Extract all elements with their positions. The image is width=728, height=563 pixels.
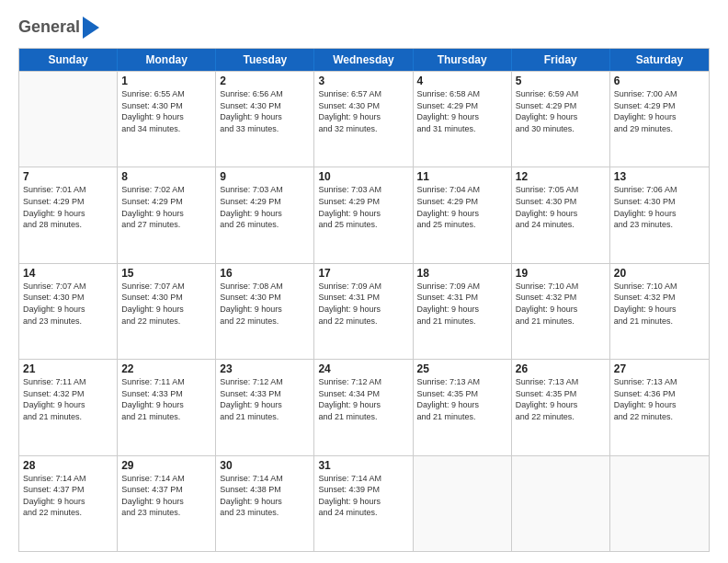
day-number: 31	[318, 459, 408, 472]
calendar-cell: 22Sunrise: 7:11 AM Sunset: 4:33 PM Dayli…	[118, 360, 216, 454]
day-info: Sunrise: 7:07 AM Sunset: 4:30 PM Dayligh…	[121, 281, 211, 327]
day-info: Sunrise: 7:13 AM Sunset: 4:35 PM Dayligh…	[417, 376, 507, 422]
day-info: Sunrise: 6:55 AM Sunset: 4:30 PM Dayligh…	[121, 88, 211, 134]
day-number: 3	[318, 75, 408, 87]
day-info: Sunrise: 7:13 AM Sunset: 4:36 PM Dayligh…	[614, 376, 705, 422]
calendar-cell	[512, 456, 610, 551]
calendar-cell: 15Sunrise: 7:07 AM Sunset: 4:30 PM Dayli…	[118, 264, 216, 359]
calendar-cell: 13Sunrise: 7:06 AM Sunset: 4:30 PM Dayli…	[610, 167, 709, 262]
day-number: 29	[121, 459, 211, 472]
day-number: 25	[417, 362, 507, 375]
day-info: Sunrise: 7:03 AM Sunset: 4:29 PM Dayligh…	[220, 184, 310, 230]
day-number: 16	[220, 267, 310, 280]
calendar-cell: 4Sunrise: 6:58 AM Sunset: 4:29 PM Daylig…	[414, 72, 512, 167]
calendar-cell: 21Sunrise: 7:11 AM Sunset: 4:32 PM Dayli…	[19, 360, 118, 454]
day-number: 30	[220, 459, 310, 472]
weekday-sunday: Sunday	[19, 49, 118, 71]
day-number: 7	[23, 170, 113, 183]
day-info: Sunrise: 7:08 AM Sunset: 4:30 PM Dayligh…	[220, 281, 310, 327]
day-number: 2	[220, 75, 310, 87]
calendar-cell: 26Sunrise: 7:13 AM Sunset: 4:35 PM Dayli…	[512, 360, 610, 454]
day-info: Sunrise: 6:57 AM Sunset: 4:30 PM Dayligh…	[318, 88, 408, 134]
calendar-cell: 17Sunrise: 7:09 AM Sunset: 4:31 PM Dayli…	[314, 264, 413, 359]
day-info: Sunrise: 7:09 AM Sunset: 4:31 PM Dayligh…	[417, 281, 507, 327]
day-number: 19	[516, 267, 606, 280]
day-number: 17	[318, 267, 408, 280]
calendar-week-4: 21Sunrise: 7:11 AM Sunset: 4:32 PM Dayli…	[19, 359, 709, 454]
logo: General	[18, 17, 99, 39]
calendar-cell: 1Sunrise: 6:55 AM Sunset: 4:30 PM Daylig…	[118, 72, 216, 167]
day-number: 12	[516, 170, 606, 183]
calendar-week-1: 1Sunrise: 6:55 AM Sunset: 4:30 PM Daylig…	[19, 71, 709, 167]
day-info: Sunrise: 7:00 AM Sunset: 4:29 PM Dayligh…	[614, 88, 705, 134]
calendar-body: 1Sunrise: 6:55 AM Sunset: 4:30 PM Daylig…	[19, 71, 709, 551]
day-number: 20	[614, 267, 705, 280]
day-number: 6	[614, 75, 705, 87]
calendar-cell: 23Sunrise: 7:12 AM Sunset: 4:33 PM Dayli…	[216, 360, 314, 454]
calendar-week-2: 7Sunrise: 7:01 AM Sunset: 4:29 PM Daylig…	[19, 167, 709, 262]
day-number: 21	[23, 362, 113, 375]
weekday-wednesday: Wednesday	[314, 49, 413, 71]
day-info: Sunrise: 6:56 AM Sunset: 4:30 PM Dayligh…	[220, 88, 310, 134]
weekday-tuesday: Tuesday	[216, 49, 314, 71]
day-number: 4	[417, 75, 507, 87]
header: General	[18, 17, 710, 39]
day-info: Sunrise: 7:02 AM Sunset: 4:29 PM Dayligh…	[121, 184, 211, 230]
logo-line1: General	[18, 18, 80, 37]
day-number: 26	[516, 362, 606, 375]
day-number: 8	[121, 170, 211, 183]
calendar-week-5: 28Sunrise: 7:14 AM Sunset: 4:37 PM Dayli…	[19, 455, 709, 551]
day-number: 23	[220, 362, 310, 375]
calendar-cell: 7Sunrise: 7:01 AM Sunset: 4:29 PM Daylig…	[19, 167, 118, 262]
day-info: Sunrise: 7:14 AM Sunset: 4:38 PM Dayligh…	[220, 473, 310, 519]
calendar-cell: 2Sunrise: 6:56 AM Sunset: 4:30 PM Daylig…	[216, 72, 314, 167]
calendar-cell: 8Sunrise: 7:02 AM Sunset: 4:29 PM Daylig…	[118, 167, 216, 262]
calendar-cell: 9Sunrise: 7:03 AM Sunset: 4:29 PM Daylig…	[216, 167, 314, 262]
day-info: Sunrise: 7:12 AM Sunset: 4:34 PM Dayligh…	[318, 376, 408, 422]
day-info: Sunrise: 6:59 AM Sunset: 4:29 PM Dayligh…	[516, 88, 606, 134]
calendar-cell	[414, 456, 512, 551]
day-info: Sunrise: 7:10 AM Sunset: 4:32 PM Dayligh…	[516, 281, 606, 327]
logo-general: General	[18, 17, 80, 36]
day-number: 24	[318, 362, 408, 375]
calendar-cell: 6Sunrise: 7:00 AM Sunset: 4:29 PM Daylig…	[610, 72, 709, 167]
day-number: 22	[121, 362, 211, 375]
calendar-cell: 11Sunrise: 7:04 AM Sunset: 4:29 PM Dayli…	[414, 167, 512, 262]
calendar-cell: 19Sunrise: 7:10 AM Sunset: 4:32 PM Dayli…	[512, 264, 610, 359]
weekday-monday: Monday	[118, 49, 216, 71]
calendar-cell: 12Sunrise: 7:05 AM Sunset: 4:30 PM Dayli…	[512, 167, 610, 262]
weekday-thursday: Thursday	[414, 49, 512, 71]
day-info: Sunrise: 7:14 AM Sunset: 4:37 PM Dayligh…	[23, 473, 113, 519]
day-info: Sunrise: 7:06 AM Sunset: 4:30 PM Dayligh…	[614, 184, 705, 230]
day-number: 11	[417, 170, 507, 183]
day-info: Sunrise: 7:10 AM Sunset: 4:32 PM Dayligh…	[614, 281, 705, 327]
day-info: Sunrise: 7:14 AM Sunset: 4:39 PM Dayligh…	[318, 473, 408, 519]
calendar-cell: 27Sunrise: 7:13 AM Sunset: 4:36 PM Dayli…	[610, 360, 709, 454]
calendar-cell: 10Sunrise: 7:03 AM Sunset: 4:29 PM Dayli…	[314, 167, 413, 262]
day-info: Sunrise: 7:03 AM Sunset: 4:29 PM Dayligh…	[318, 184, 408, 230]
day-info: Sunrise: 7:11 AM Sunset: 4:32 PM Dayligh…	[23, 376, 113, 422]
calendar-cell: 24Sunrise: 7:12 AM Sunset: 4:34 PM Dayli…	[314, 360, 413, 454]
calendar-cell: 28Sunrise: 7:14 AM Sunset: 4:37 PM Dayli…	[19, 456, 118, 551]
weekday-saturday: Saturday	[610, 49, 709, 71]
calendar-cell: 18Sunrise: 7:09 AM Sunset: 4:31 PM Dayli…	[414, 264, 512, 359]
calendar-cell: 31Sunrise: 7:14 AM Sunset: 4:39 PM Dayli…	[314, 456, 413, 551]
logo-arrow-icon	[83, 17, 99, 39]
calendar-cell: 16Sunrise: 7:08 AM Sunset: 4:30 PM Dayli…	[216, 264, 314, 359]
day-info: Sunrise: 7:01 AM Sunset: 4:29 PM Dayligh…	[23, 184, 113, 230]
day-info: Sunrise: 6:58 AM Sunset: 4:29 PM Dayligh…	[417, 88, 507, 134]
calendar-cell: 3Sunrise: 6:57 AM Sunset: 4:30 PM Daylig…	[314, 72, 413, 167]
calendar-cell: 30Sunrise: 7:14 AM Sunset: 4:38 PM Dayli…	[216, 456, 314, 551]
day-info: Sunrise: 7:09 AM Sunset: 4:31 PM Dayligh…	[318, 281, 408, 327]
calendar-cell: 20Sunrise: 7:10 AM Sunset: 4:32 PM Dayli…	[610, 264, 709, 359]
calendar-cell: 14Sunrise: 7:07 AM Sunset: 4:30 PM Dayli…	[19, 264, 118, 359]
day-info: Sunrise: 7:14 AM Sunset: 4:37 PM Dayligh…	[121, 473, 211, 519]
weekday-friday: Friday	[512, 49, 610, 71]
day-info: Sunrise: 7:12 AM Sunset: 4:33 PM Dayligh…	[220, 376, 310, 422]
day-number: 14	[23, 267, 113, 280]
calendar: Sunday Monday Tuesday Wednesday Thursday…	[18, 48, 710, 552]
page: General Sunday Monday Tuesday Wednesday …	[0, 0, 728, 563]
day-info: Sunrise: 7:04 AM Sunset: 4:29 PM Dayligh…	[417, 184, 507, 230]
calendar-week-3: 14Sunrise: 7:07 AM Sunset: 4:30 PM Dayli…	[19, 263, 709, 359]
logo-text-block: General	[18, 18, 80, 37]
